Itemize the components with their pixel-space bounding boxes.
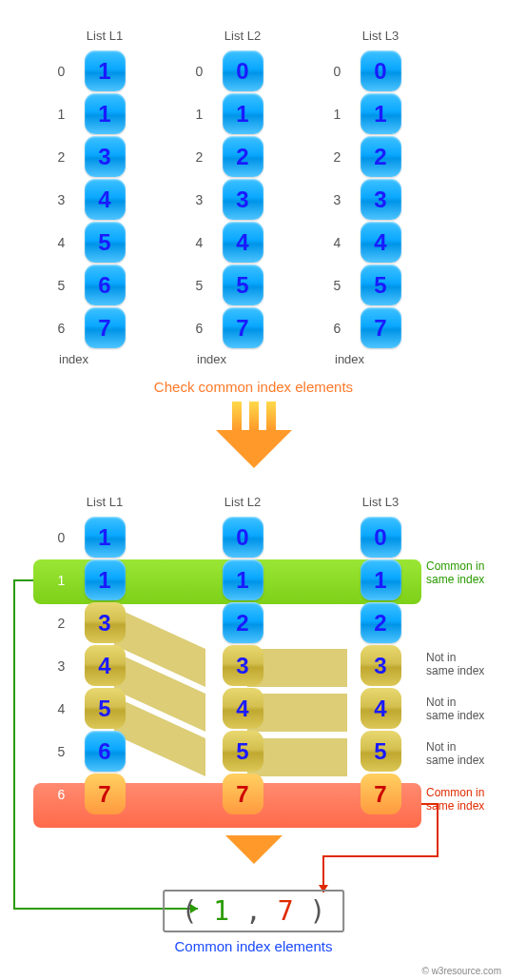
index-number: 2 xyxy=(58,616,66,631)
index-number: 4 xyxy=(58,701,66,716)
bottom-cell: 2 xyxy=(361,602,401,643)
bottom-cell: 4 xyxy=(361,688,401,729)
bottom-list-header-1: List L1 xyxy=(57,495,152,509)
bottom-list-1: List L110113243546576 xyxy=(57,495,152,816)
bottom-cell: 3 xyxy=(361,645,401,686)
bottom-list-2: List L20123457 xyxy=(195,495,290,816)
bottom-cell: 0 xyxy=(223,517,263,558)
bottom-cell: 4 xyxy=(223,688,263,729)
bottom-cell: 7 xyxy=(361,774,401,814)
result-tuple: ( 1 , 7 ) xyxy=(163,890,345,932)
result-value-1: 1 xyxy=(213,895,229,927)
bottom-cell: 7 xyxy=(223,774,263,814)
index-number: 6 xyxy=(58,787,66,802)
result-value-2: 7 xyxy=(278,895,294,927)
copyright: © w3resource.com xyxy=(421,966,501,976)
bottom-cell: 1 xyxy=(361,559,401,600)
paren-close: ) xyxy=(310,895,326,927)
index-number: 3 xyxy=(58,658,66,674)
result-sep: , xyxy=(245,895,262,927)
bottom-cell: 11 xyxy=(85,559,126,600)
paren-open: ( xyxy=(182,895,198,927)
bottom-cell: 76 xyxy=(85,774,126,814)
bottom-cell: 32 xyxy=(85,602,126,643)
bottom-list-header-2: List L2 xyxy=(195,495,290,509)
result-caption: Common index elements xyxy=(0,938,507,954)
result-connectors xyxy=(0,0,507,980)
bottom-cell: 3 xyxy=(223,645,263,686)
bottom-cell: 54 xyxy=(85,688,126,729)
bottom-cell: 43 xyxy=(85,645,126,686)
bottom-cell: 1 xyxy=(223,559,263,600)
bottom-cell: 10 xyxy=(85,517,126,558)
index-number: 1 xyxy=(58,573,66,588)
bottom-list-3: List L30123457 xyxy=(333,495,428,816)
bottom-cell: 5 xyxy=(223,731,263,772)
bottom-list-header-3: List L3 xyxy=(333,495,428,509)
bottom-cell: 5 xyxy=(361,731,401,772)
index-number: 5 xyxy=(58,744,66,759)
bottom-cell: 2 xyxy=(223,602,263,643)
bottom-cell: 65 xyxy=(85,731,126,772)
index-number: 0 xyxy=(58,530,66,545)
bottom-cell: 0 xyxy=(361,517,401,558)
